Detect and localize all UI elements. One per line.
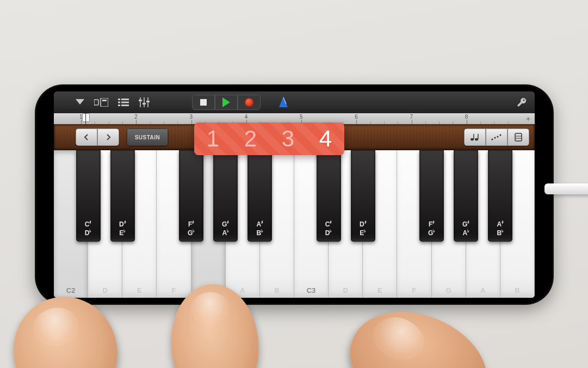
white-key-label: B (500, 286, 534, 295)
ruler-bar-number: 7 (410, 114, 413, 120)
black-key[interactable]: F♯G♭ (179, 150, 203, 242)
octave-nav (76, 128, 119, 146)
black-keys-row: C♯D♭D♯E♭F♯G♭G♯A♭A♯B♭C♯D♭D♯E♭F♯G♭G♯A♭A♯B♭ (54, 150, 535, 242)
mode-scale-button[interactable] (486, 128, 507, 146)
black-key-label: D♯E♭ (110, 220, 135, 237)
metronome-icon[interactable] (278, 96, 289, 108)
svg-rect-13 (143, 103, 146, 105)
black-key[interactable]: G♯A♭ (213, 150, 238, 242)
black-key-label: G♯A♭ (454, 220, 478, 237)
black-key-label: A♯B♭ (247, 220, 272, 237)
svg-rect-2 (101, 98, 108, 107)
ruler-bar-number: 2 (134, 114, 138, 120)
svg-rect-7 (121, 102, 129, 103)
black-key-label: F♯G♭ (179, 220, 203, 237)
white-key-label: D (329, 286, 362, 295)
black-key-label: D♯E♭ (351, 220, 375, 237)
svg-point-22 (491, 138, 493, 140)
black-key[interactable]: A♯B♭ (247, 150, 272, 242)
play-button[interactable] (215, 95, 238, 110)
white-key-label: F (157, 286, 190, 295)
countin-beat: 3 (282, 126, 294, 152)
svg-rect-19 (473, 134, 474, 139)
black-key[interactable]: G♯A♭ (454, 150, 478, 242)
sustain-label: SUSTAIN (127, 128, 168, 146)
svg-point-20 (475, 138, 478, 141)
ruler-bar-number: 4 (245, 114, 248, 120)
tracks-view-icon[interactable] (118, 99, 129, 106)
black-key[interactable]: C♯D♭ (76, 150, 101, 242)
desk-surface: 12345678 + (0, 0, 588, 368)
svg-rect-1 (94, 100, 98, 105)
ruler-bar-number: 6 (355, 114, 358, 120)
svg-point-23 (494, 137, 496, 138)
stop-button[interactable] (192, 95, 215, 110)
black-key-label: G♯A♭ (213, 220, 238, 237)
ruler-bar-number: 8 (465, 114, 468, 120)
white-key-label: G (432, 286, 466, 295)
ruler-bar-number: 5 (300, 114, 303, 120)
white-key-label: E (122, 286, 156, 295)
white-key-label: F (397, 286, 431, 295)
svg-point-25 (499, 134, 501, 136)
white-key-label: D (88, 286, 122, 295)
ruler-bar-number: 3 (190, 114, 193, 120)
black-key-label: C♯D♭ (317, 220, 341, 237)
octave-down-button[interactable] (76, 128, 97, 146)
keyboard-mode-seg (464, 128, 529, 146)
black-key-label: C♯D♭ (76, 220, 101, 237)
wrench-icon[interactable] (516, 97, 527, 108)
browser-dropdown[interactable] (76, 99, 84, 106)
mode-notes-button[interactable] (464, 128, 486, 146)
mixer-sliders-icon[interactable] (139, 97, 150, 107)
svg-rect-3 (102, 100, 107, 101)
add-section-button[interactable]: + (524, 114, 533, 123)
svg-rect-8 (118, 105, 120, 106)
mode-keyboard-button[interactable] (507, 128, 529, 146)
black-key-label: F♯G♭ (419, 220, 444, 237)
iphone-body: 12345678 + (35, 84, 554, 305)
black-key[interactable]: D♯E♭ (351, 150, 375, 242)
sustain-toggle[interactable]: SUSTAIN (127, 128, 168, 146)
svg-rect-9 (121, 105, 129, 106)
app-screen: 12345678 + (54, 91, 535, 298)
svg-rect-21 (478, 134, 478, 139)
black-key[interactable]: A♯B♭ (488, 150, 512, 242)
countin-beat: 1 (207, 126, 219, 152)
white-key-label: E (363, 286, 397, 295)
svg-marker-0 (76, 99, 84, 105)
white-key-label: A (466, 286, 500, 295)
white-key-label: C3 (294, 286, 328, 295)
top-toolbar (54, 91, 535, 113)
white-key-label: B (260, 286, 294, 295)
svg-point-18 (471, 138, 474, 141)
svg-rect-5 (121, 99, 129, 100)
black-key[interactable]: F♯G♭ (419, 150, 444, 242)
transport-controls (192, 95, 261, 110)
iphone-bezel: 12345678 + (36, 86, 552, 303)
svg-rect-15 (146, 101, 150, 102)
view-switch-icon[interactable] (94, 98, 108, 107)
svg-point-24 (497, 136, 498, 137)
iphone-notch (36, 151, 47, 238)
countin-beat: 4 (319, 126, 332, 152)
black-key[interactable]: C♯D♭ (317, 150, 341, 242)
octave-up-button[interactable] (97, 128, 119, 146)
svg-rect-11 (139, 100, 142, 101)
black-key-label: A♯B♭ (488, 220, 512, 237)
svg-rect-6 (118, 102, 120, 103)
record-button[interactable] (238, 95, 261, 110)
count-in-overlay: 1234 (194, 122, 344, 155)
svg-rect-4 (118, 99, 120, 100)
countin-beat: 2 (244, 126, 257, 152)
black-key[interactable]: D♯E♭ (110, 150, 135, 242)
piano-keyboard: C2DEFGABC3DEFGAB C♯D♭D♯E♭F♯G♭G♯A♭A♯B♭C♯D… (54, 150, 535, 298)
svg-rect-26 (515, 133, 522, 141)
white-key-label: C2 (54, 286, 88, 295)
lightning-cable (544, 183, 588, 194)
